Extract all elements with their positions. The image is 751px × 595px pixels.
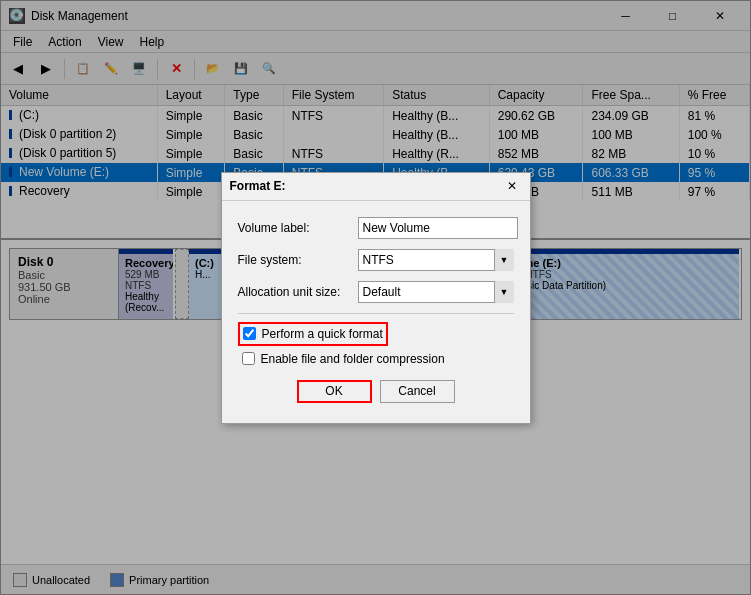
compression-row: Enable file and folder compression: [238, 352, 514, 366]
quick-format-label: Perform a quick format: [238, 322, 388, 346]
modal-overlay: Format E: ✕ Volume label: File system: N…: [0, 0, 751, 595]
file-system-row: File system: NTFS FAT32 exFAT ▼: [238, 249, 514, 271]
modal-close-button[interactable]: ✕: [502, 177, 522, 195]
file-system-select[interactable]: NTFS FAT32 exFAT: [358, 249, 514, 271]
volume-label-row: Volume label:: [238, 217, 514, 239]
file-system-label: File system:: [238, 253, 358, 267]
compression-label: Enable file and folder compression: [261, 352, 445, 366]
alloc-unit-label: Allocation unit size:: [238, 285, 358, 299]
file-system-select-wrapper: NTFS FAT32 exFAT ▼: [358, 249, 514, 271]
modal-title-bar: Format E: ✕: [222, 173, 530, 201]
quick-format-container: Perform a quick format: [238, 322, 514, 346]
ok-button[interactable]: OK: [297, 380, 372, 403]
quick-format-text: Perform a quick format: [262, 327, 383, 341]
alloc-unit-row: Allocation unit size: Default 512 1024 2…: [238, 281, 514, 303]
compression-checkbox[interactable]: [242, 352, 255, 365]
format-dialog: Format E: ✕ Volume label: File system: N…: [221, 172, 531, 424]
dialog-buttons: OK Cancel: [238, 380, 514, 407]
modal-title: Format E:: [230, 179, 502, 193]
volume-label-input[interactable]: [358, 217, 518, 239]
quick-format-checkbox[interactable]: [243, 327, 256, 340]
volume-label-label: Volume label:: [238, 221, 358, 235]
alloc-unit-select-wrapper: Default 512 1024 2048 4096 ▼: [358, 281, 514, 303]
cancel-button[interactable]: Cancel: [380, 380, 455, 403]
alloc-unit-select[interactable]: Default 512 1024 2048 4096: [358, 281, 514, 303]
modal-body: Volume label: File system: NTFS FAT32 ex…: [222, 201, 530, 423]
